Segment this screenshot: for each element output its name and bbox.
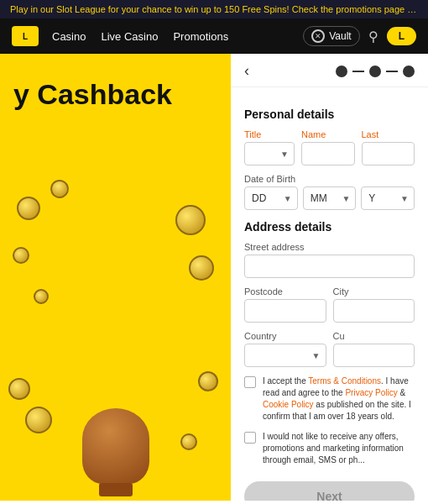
city-label: City bbox=[333, 286, 415, 297]
dob-label: Date of Birth bbox=[244, 174, 415, 184]
country-field: Country ▼ bbox=[244, 331, 326, 367]
dob-row: Date of Birth DD ▼ MM ▼ bbox=[244, 174, 415, 210]
progress-dot-1 bbox=[336, 66, 347, 77]
progress-indicator bbox=[336, 66, 415, 77]
search-icon[interactable]: ⚲ bbox=[368, 29, 378, 45]
coin-5 bbox=[189, 255, 214, 281]
title-select[interactable]: Mr Mrs Ms Dr bbox=[244, 142, 295, 165]
next-button[interactable]: Next bbox=[244, 481, 415, 501]
dd-wrap: DD ▼ bbox=[244, 186, 298, 210]
yyyy-select[interactable]: Y bbox=[361, 186, 415, 210]
name-label: Name bbox=[301, 129, 355, 139]
street-label: Street address bbox=[244, 242, 415, 252]
coin-9 bbox=[25, 407, 52, 433]
name-input[interactable] bbox=[301, 142, 355, 165]
marketing-text: I would not like to receive any offers, … bbox=[263, 431, 415, 466]
site-logo[interactable]: L bbox=[12, 26, 39, 46]
marketing-checkbox[interactable] bbox=[244, 432, 256, 444]
terms-checkbox[interactable] bbox=[244, 376, 256, 388]
cu-field: Cu bbox=[333, 331, 415, 367]
coin-2 bbox=[48, 177, 71, 201]
vault-icon: ✕ bbox=[311, 29, 325, 43]
coin-7 bbox=[8, 378, 30, 400]
progress-dot-3 bbox=[403, 66, 415, 77]
address-details-title: Address details bbox=[244, 220, 415, 234]
title-select-wrap: Mr Mrs Ms Dr ▼ bbox=[244, 142, 295, 165]
coin-6 bbox=[34, 289, 49, 304]
registration-form-panel: ‹ Personal details Title Mr bbox=[231, 54, 428, 501]
title-field: Title Mr Mrs Ms Dr ▼ bbox=[244, 129, 295, 165]
country-select[interactable] bbox=[244, 344, 326, 367]
country-select-wrap: ▼ bbox=[244, 344, 326, 367]
postcode-label: Postcode bbox=[244, 286, 326, 297]
banner-text: Play in our Slot League for your chance … bbox=[10, 4, 428, 14]
last-name-input[interactable] bbox=[362, 142, 415, 165]
coin-8 bbox=[198, 371, 218, 391]
nav-links: Casino Live Casino Promotions bbox=[52, 30, 303, 43]
postcode-field: Postcode bbox=[244, 286, 326, 323]
yyyy-wrap: Y ▼ bbox=[361, 186, 415, 210]
hero-headline: y Cashback bbox=[13, 79, 172, 110]
back-button[interactable]: ‹ bbox=[244, 62, 249, 80]
country-row: Country ▼ Cu bbox=[244, 331, 415, 367]
marketing-checkbox-item: I would not like to receive any offers, … bbox=[244, 431, 415, 466]
coin-4 bbox=[13, 247, 29, 264]
nav-casino[interactable]: Casino bbox=[52, 30, 86, 43]
street-row: Street address bbox=[244, 242, 415, 278]
nav-right: ✕ Vault ⚲ L bbox=[303, 26, 416, 46]
coin-1 bbox=[17, 197, 40, 220]
dd-select[interactable]: DD bbox=[244, 186, 298, 210]
coin-3 bbox=[175, 205, 206, 235]
vault-button[interactable]: ✕ Vault bbox=[303, 26, 359, 46]
last-name-label: Last bbox=[362, 129, 415, 139]
terms-link[interactable]: Terms & Conditions bbox=[308, 376, 381, 386]
street-field: Street address bbox=[244, 242, 415, 278]
nav-live-casino[interactable]: Live Casino bbox=[101, 30, 158, 43]
title-label: Title bbox=[244, 129, 295, 139]
form-nav: ‹ bbox=[231, 54, 428, 87]
progress-line-1 bbox=[352, 71, 364, 72]
mm-select[interactable]: MM bbox=[303, 186, 357, 210]
navbar: L Casino Live Casino Promotions ✕ Vault … bbox=[0, 18, 428, 54]
mm-wrap: MM ▼ bbox=[303, 186, 357, 210]
form-body: Personal details Title Mr Mrs Ms Dr ▼ bbox=[231, 87, 428, 501]
coins-decoration bbox=[0, 121, 231, 501]
cu-input[interactable] bbox=[333, 344, 415, 367]
top-banner: Play in our Slot League for your chance … bbox=[0, 0, 428, 18]
title-name-row: Title Mr Mrs Ms Dr ▼ Name bbox=[244, 129, 415, 165]
name-field: Name bbox=[301, 129, 355, 165]
personal-details-title: Personal details bbox=[244, 108, 415, 121]
terms-text: I accept the Terms & Conditions. I have … bbox=[263, 375, 415, 423]
cu-label: Cu bbox=[333, 331, 415, 341]
city-input[interactable] bbox=[333, 299, 415, 323]
dob-field: Date of Birth DD ▼ MM ▼ bbox=[244, 174, 415, 210]
postcode-city-row: Postcode City bbox=[244, 286, 415, 323]
postcode-input[interactable] bbox=[244, 299, 326, 323]
privacy-link[interactable]: Privacy Policy bbox=[345, 388, 397, 397]
street-input[interactable] bbox=[244, 255, 415, 278]
cookie-link[interactable]: Cookie Policy bbox=[263, 400, 314, 409]
last-name-field: Last bbox=[362, 129, 415, 165]
progress-line-2 bbox=[386, 71, 398, 72]
login-button[interactable]: L bbox=[387, 27, 416, 45]
city-field: City bbox=[333, 286, 415, 323]
coin-10 bbox=[180, 433, 197, 450]
main-content: y Cashback ‹ bbox=[0, 54, 428, 501]
trophy-decoration bbox=[82, 408, 149, 484]
country-label: Country bbox=[244, 331, 326, 341]
vault-label: Vault bbox=[329, 30, 351, 42]
terms-checkbox-item: I accept the Terms & Conditions. I have … bbox=[244, 375, 415, 423]
hero-panel: y Cashback bbox=[0, 54, 231, 501]
nav-promotions[interactable]: Promotions bbox=[173, 30, 228, 43]
progress-dot-2 bbox=[369, 66, 381, 77]
